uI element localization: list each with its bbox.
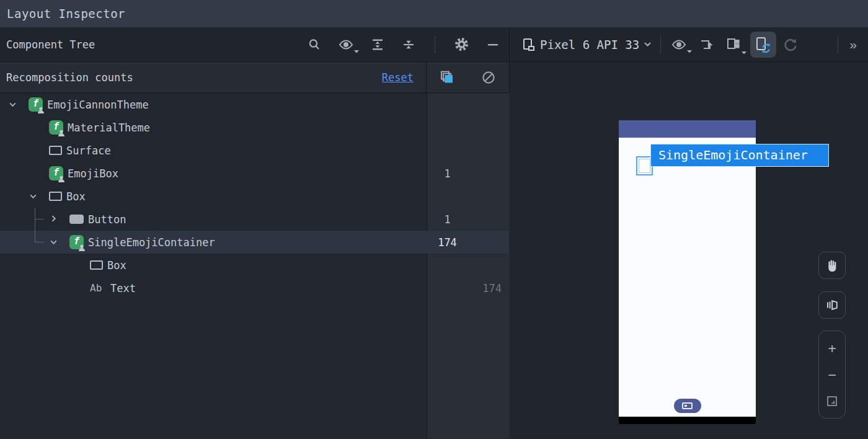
eye-icon <box>671 38 687 51</box>
zoom-controls: + − <box>818 330 846 419</box>
process-picker-button[interactable] <box>724 35 743 54</box>
box-node-icon <box>49 192 62 201</box>
box-node-icon <box>49 146 62 155</box>
recomposition-count-column-header[interactable] <box>427 62 468 92</box>
gear-icon <box>454 37 469 52</box>
node-label: EmojiCannonTheme <box>47 99 149 111</box>
device-selector[interactable]: Pixel 6 API 33 <box>522 37 652 52</box>
live-updates-toggle[interactable] <box>750 32 776 58</box>
3d-mode-button[interactable] <box>818 291 846 319</box>
pan-mode-button[interactable] <box>818 252 846 279</box>
node-label: Box <box>107 259 126 272</box>
refresh-button[interactable] <box>781 35 800 54</box>
node-label: Button <box>88 213 126 226</box>
device-navigation-bar <box>619 417 756 424</box>
component-tree-panel: Recomposition counts Reset <box>0 62 510 439</box>
chevron-down-icon <box>644 42 652 47</box>
chevron-down-icon <box>353 50 360 53</box>
3d-layers-icon <box>825 298 839 313</box>
minus-icon <box>485 37 500 52</box>
expander-chevron-down-icon[interactable] <box>7 99 17 109</box>
app-content-area[interactable]: SingleEmojiContainer <box>619 138 756 417</box>
box-node-icon <box>90 260 103 270</box>
fit-frame-icon <box>826 395 838 407</box>
component-tree-title: Component Tree <box>6 38 95 51</box>
emoji-cannon-button[interactable] <box>674 399 701 413</box>
search-icon <box>307 37 322 52</box>
node-label: Surface <box>66 144 111 157</box>
skip-count-column-header[interactable] <box>468 62 510 92</box>
selected-node-tooltip: SingleEmojiContainer <box>650 144 829 167</box>
device-screen-render[interactable]: SingleEmojiContainer <box>619 120 756 424</box>
export-snapshot-button[interactable] <box>697 35 715 54</box>
expand-all-button[interactable] <box>369 36 386 53</box>
expander-chevron-right-icon[interactable] <box>48 214 58 224</box>
expand-all-icon <box>370 37 385 52</box>
settings-button[interactable] <box>453 35 471 53</box>
tree-row[interactable]: Surface <box>0 139 509 162</box>
recomposition-label: Recomposition counts <box>6 71 133 84</box>
toolbar-row: Component Tree <box>0 27 868 62</box>
tree-row[interactable]: f MaterialTheme <box>0 116 509 139</box>
collapse-all-button[interactable] <box>400 36 417 53</box>
reset-zoom-button[interactable] <box>826 395 838 407</box>
device-toolbar: Pixel 6 API 33 <box>510 27 868 61</box>
tree-row[interactable]: Box <box>0 254 509 277</box>
composable-icon: f <box>49 166 63 180</box>
tree-guide-line <box>35 242 44 242</box>
node-label: Text <box>110 282 136 295</box>
ban-icon <box>481 70 496 85</box>
zoom-in-button[interactable]: + <box>828 342 836 355</box>
more-actions-button[interactable]: » <box>848 36 858 53</box>
app-status-bar <box>619 120 756 138</box>
eye-icon <box>338 38 354 51</box>
tree-row-selected[interactable]: f SingleEmojiContainer 174 <box>0 231 509 254</box>
window-titlebar: Layout Inspector <box>0 0 868 27</box>
reset-counts-link[interactable]: Reset <box>382 71 414 84</box>
zoom-out-button[interactable]: − <box>828 368 836 382</box>
recomposition-count: 174 <box>427 236 468 249</box>
tree-row[interactable]: Button 1 <box>0 208 509 231</box>
refresh-icon <box>782 37 799 53</box>
hide-panel-button[interactable] <box>484 36 502 53</box>
node-label: SingleEmojiContainer <box>88 236 215 249</box>
button-node-icon <box>69 215 84 224</box>
counts-column-header <box>426 62 509 92</box>
text-node-icon: Ab <box>90 282 106 294</box>
skip-count: 174 <box>468 282 510 295</box>
composable-icon: f <box>69 235 84 249</box>
snapshot-export-icon <box>698 37 714 53</box>
double-chevron-icon: » <box>849 37 857 52</box>
component-tree: f EmojiCannonTheme f MaterialTheme Surfa… <box>0 93 509 438</box>
view-filter-button[interactable] <box>337 37 355 53</box>
device-phone-icon <box>522 37 536 52</box>
pan-hand-icon <box>825 259 839 273</box>
tree-guide-line <box>35 231 35 242</box>
tree-row[interactable]: f EmojiCannonTheme <box>0 93 509 116</box>
toolbar-separator <box>838 36 838 53</box>
node-label: EmojiBox <box>68 167 118 180</box>
tree-guide-line <box>35 219 44 220</box>
highlight-stack-icon <box>439 69 455 86</box>
search-button[interactable] <box>306 36 323 53</box>
recomposition-count: 1 <box>427 167 468 180</box>
tree-row[interactable]: Ab Text 174 <box>0 277 509 299</box>
node-label: MaterialTheme <box>68 122 150 134</box>
tree-row[interactable]: f EmojiBox 1 <box>0 162 509 185</box>
device-label: Pixel 6 API 33 <box>540 38 639 51</box>
view-options-button[interactable] <box>670 37 688 53</box>
node-label: Box <box>66 190 86 203</box>
chevron-down-icon <box>741 51 747 55</box>
recomposition-header: Recomposition counts Reset <box>0 62 509 93</box>
expander-chevron-down-icon[interactable] <box>28 191 38 201</box>
composable-icon: f <box>29 97 43 112</box>
live-updates-icon <box>755 36 772 53</box>
device-view-pane[interactable]: SingleEmojiContainer <box>510 62 868 439</box>
expander-chevron-down-icon[interactable] <box>48 237 58 247</box>
emoji-button-icon <box>682 402 693 409</box>
toolbar-separator <box>660 36 661 53</box>
component-tree-toolbar: Component Tree <box>0 27 510 61</box>
collapse-all-icon <box>401 37 416 52</box>
tree-row[interactable]: Box <box>0 185 509 208</box>
window-title: Layout Inspector <box>7 7 125 20</box>
